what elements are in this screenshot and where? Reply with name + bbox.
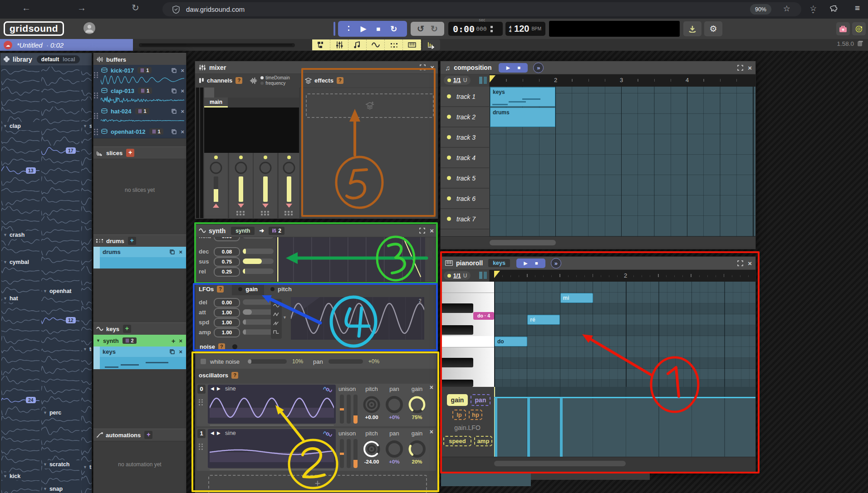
playhead-marker[interactable]	[494, 271, 500, 278]
snap-pill[interactable]: 1/1U	[444, 76, 471, 85]
library-sample-waveform[interactable]	[81, 326, 92, 335]
composition-ruler[interactable]: 234	[490, 74, 755, 87]
library-sample-waveform[interactable]	[41, 216, 79, 225]
library-group-label[interactable]: ▼perc	[42, 409, 79, 417]
channel-led[interactable]	[214, 156, 218, 159]
velocity-bar[interactable]	[527, 398, 530, 457]
wave-source-icon[interactable]	[323, 430, 333, 437]
unison-slider[interactable]	[347, 395, 351, 424]
library-sample-waveform[interactable]	[41, 246, 79, 255]
gain-value[interactable]: 20%	[405, 459, 429, 464]
library-sample-waveform[interactable]	[1, 176, 39, 185]
copy-icon[interactable]	[169, 249, 175, 255]
library-sample-waveform[interactable]	[41, 87, 79, 96]
lfo-wave-selector[interactable]	[271, 299, 282, 339]
oscillators-help-badge[interactable]: ?	[231, 372, 238, 379]
library-sample-waveform[interactable]	[1, 336, 39, 345]
library-sample-waveform[interactable]	[41, 336, 79, 345]
note-mi[interactable]: mi	[560, 293, 593, 303]
maximize-icon[interactable]	[419, 228, 425, 234]
library-sample-waveform[interactable]	[1, 366, 39, 375]
library-sample-waveform[interactable]	[41, 326, 79, 335]
plugin-briefcase-button[interactable]	[836, 22, 850, 35]
env-param-value[interactable]: 0.25	[214, 267, 240, 277]
pattern-item-keys[interactable]: keys×	[93, 347, 186, 369]
next-wave-arrow-icon[interactable]: ▶	[217, 386, 221, 391]
lfo-param-slider[interactable]	[243, 329, 274, 335]
library-sample-waveform[interactable]	[81, 426, 92, 435]
velocity-lane[interactable]	[494, 387, 755, 457]
library-sample-waveform[interactable]	[81, 226, 92, 235]
seek-slider[interactable]	[139, 43, 295, 47]
lowpass-mode-button[interactable]: lp	[452, 410, 466, 420]
library-tab-default[interactable]: default	[41, 56, 59, 63]
library-sample-waveform[interactable]	[41, 77, 79, 86]
library-sample-waveform[interactable]	[1, 326, 39, 335]
channel-pan-knob[interactable]	[282, 161, 296, 175]
library-sample-waveform[interactable]	[1, 87, 39, 96]
collapse-caret-icon[interactable]: ▼	[96, 338, 100, 343]
library-sample-waveform[interactable]	[1, 146, 39, 156]
bookmark-star-icon[interactable]: ☆	[783, 4, 790, 14]
library-sample-waveform[interactable]	[41, 436, 79, 445]
browser-reload-button[interactable]: ↻	[132, 2, 139, 13]
library-sample-waveform[interactable]	[1, 486, 39, 493]
library-group-label[interactable]: ▼openhat	[42, 287, 79, 295]
channel-expand-triangle[interactable]	[238, 204, 244, 208]
composition-titlebar[interactable]: ♫ composition ▶ ■ » ×	[441, 61, 755, 74]
orbit-button[interactable]	[852, 22, 866, 35]
remove-buffer-icon[interactable]: ×	[181, 108, 184, 115]
library-group-label[interactable]: ▼scratch	[42, 460, 79, 469]
piano-keys[interactable]	[441, 282, 494, 387]
oscillator-wave-panel[interactable]: ◀▶sine	[208, 429, 336, 468]
library-sample-waveform[interactable]	[81, 97, 92, 106]
channel-grid-dots-icon[interactable]	[236, 211, 245, 215]
track-mute-led[interactable]	[447, 135, 451, 139]
library-sample-waveform[interactable]	[1, 306, 39, 315]
unison-slider[interactable]	[353, 439, 358, 468]
expand-chevrons-button[interactable]: »	[551, 258, 561, 268]
panel-toggle-slices[interactable]	[422, 39, 440, 50]
library-sample-waveform[interactable]	[1, 416, 39, 425]
track-header[interactable]: track 3	[441, 127, 489, 148]
effects-drop-zone[interactable]	[306, 93, 434, 118]
library-sample-waveform[interactable]	[1, 266, 39, 275]
library-sample-waveform[interactable]	[81, 386, 92, 395]
library-sample-waveform[interactable]	[81, 376, 92, 385]
close-icon[interactable]: ×	[748, 259, 752, 267]
oscillator-wave-panel[interactable]: ◀▶sine	[208, 385, 336, 424]
library-sample-waveform[interactable]	[81, 146, 92, 156]
library-sample-waveform[interactable]	[81, 286, 92, 295]
remove-synth-icon[interactable]: ×	[179, 337, 182, 344]
library-sample-waveform[interactable]	[81, 416, 92, 425]
velocity-bar[interactable]	[560, 398, 563, 457]
channel-fader[interactable]	[287, 176, 291, 202]
pattern-drag-handle[interactable]	[93, 347, 100, 369]
composition-block-drums[interactable]: drums	[490, 107, 555, 127]
library-sample-waveform[interactable]	[81, 336, 92, 345]
library-group-label[interactable]: ▼hat	[2, 294, 39, 303]
library-sample-waveform[interactable]	[81, 396, 92, 405]
library-sample-waveform[interactable]	[41, 366, 79, 375]
library-sample-waveform[interactable]	[81, 206, 92, 215]
site-info-shield-icon[interactable]	[172, 5, 180, 14]
track-mute-led[interactable]	[447, 196, 451, 200]
library-sample-waveform[interactable]	[81, 166, 92, 176]
lfo-param-value[interactable]: 1.00	[214, 308, 240, 317]
copy-icon[interactable]	[171, 88, 177, 94]
env-param-slider[interactable]	[243, 249, 274, 254]
channel-pan-knob[interactable]	[234, 161, 248, 175]
library-group-label[interactable]: ▼clap	[2, 122, 39, 130]
library-group-label[interactable]: ▼to	[82, 345, 92, 353]
scrollbar-handle[interactable]	[494, 461, 626, 466]
panel-toggle-synth[interactable]	[367, 39, 385, 50]
white-noise-checkbox[interactable]	[201, 359, 206, 364]
browser-forward-button[interactable]: →	[77, 3, 86, 13]
lfo-param-slider[interactable]	[243, 319, 274, 325]
track-mute-led[interactable]	[447, 115, 451, 119]
library-sample-waveform[interactable]	[81, 87, 92, 96]
library-sample-waveform[interactable]	[81, 107, 92, 116]
library-sample-waveform[interactable]	[81, 366, 92, 375]
library-sample-waveform[interactable]	[1, 406, 39, 415]
channel-pan-knob[interactable]	[209, 161, 223, 175]
